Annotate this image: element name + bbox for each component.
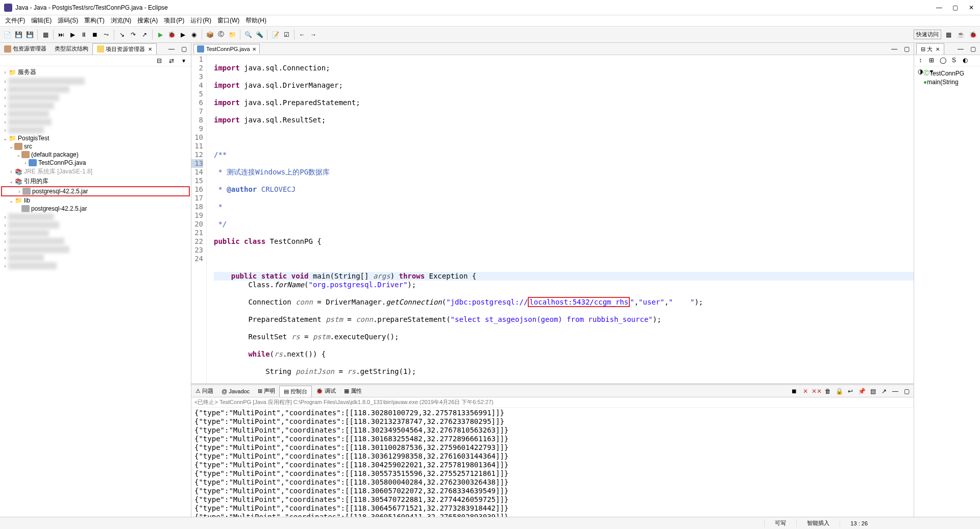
fold-column[interactable]	[207, 55, 213, 383]
forward-button[interactable]: →	[308, 30, 318, 40]
outline-class[interactable]: ⌄Ⓒ TestConnPG	[916, 68, 978, 78]
view-menu-button[interactable]: ▾	[179, 56, 189, 66]
outline-sort-button[interactable]: ↕	[915, 55, 925, 65]
tab-properties[interactable]: ▦属性	[340, 386, 366, 396]
tab-javadoc[interactable]: @Javadoc	[217, 387, 254, 396]
tab-outline[interactable]: ⊟大✕	[916, 43, 944, 55]
maximize-editor-button[interactable]: ▢	[901, 44, 912, 54]
menu-run[interactable]: 运行(R)	[187, 15, 214, 26]
tab-problems[interactable]: ⚠问题	[191, 386, 217, 396]
outline-filter-button[interactable]: ⊞	[926, 55, 937, 65]
console-clear-button[interactable]: 🗑	[823, 386, 833, 396]
new-folder-button[interactable]: 📁	[227, 30, 237, 40]
skip-button[interactable]: ⏭	[56, 30, 66, 40]
tab-console[interactable]: ▤控制台	[279, 386, 312, 397]
toggle-button[interactable]: ▦	[40, 30, 51, 40]
tree-servers[interactable]: 服务器	[18, 68, 36, 77]
coverage-button[interactable]: ◉	[189, 30, 199, 40]
annotation-button[interactable]: 📝	[270, 30, 280, 40]
debug-perspective-button[interactable]: 🐞	[968, 30, 978, 40]
status-insert: 智能插入	[796, 519, 840, 527]
tree-jar2[interactable]: postgresql-42.2.5.jar	[31, 205, 87, 212]
menu-file[interactable]: 文件(F)	[2, 15, 28, 26]
debug-button[interactable]: 🐞	[166, 30, 177, 40]
tree-postgistest[interactable]: PostgisTest	[18, 135, 49, 142]
step-into-button[interactable]: ↘	[117, 30, 127, 40]
console-scroll-lock-button[interactable]: 🔒	[834, 386, 844, 396]
java-file-icon	[197, 45, 204, 53]
close-button[interactable]: ✕	[969, 4, 976, 11]
maximize-view-button[interactable]: ▢	[179, 44, 189, 54]
tree-default-pkg[interactable]: (default package)	[31, 151, 79, 158]
suspend-button[interactable]: ⏸	[79, 30, 89, 40]
new-class-button[interactable]: Ⓒ	[216, 30, 226, 40]
menu-help[interactable]: 帮助(H)	[242, 15, 270, 26]
perspective-switch-button[interactable]: ▦	[943, 30, 953, 40]
tab-package-explorer[interactable]: 包资源管理器	[0, 43, 51, 54]
minimize-outline-button[interactable]: —	[955, 44, 966, 54]
save-button[interactable]: 💾	[13, 30, 23, 40]
outline-hide-static-button[interactable]: S	[949, 55, 959, 65]
run-last-button[interactable]: ▶	[178, 30, 188, 40]
editor-tab-testconnpg[interactable]: TestConnPG.java ✕	[193, 44, 260, 54]
close-tab-icon[interactable]: ✕	[252, 46, 256, 52]
tree-jre[interactable]: JRE 系统库 [JavaSE-1.8]	[24, 167, 92, 176]
console-terminate-button[interactable]: ⏹	[789, 386, 799, 396]
minimize-view-button[interactable]: —	[166, 44, 177, 54]
menu-search[interactable]: 搜索(A)	[134, 15, 161, 26]
tree-jar-highlighted[interactable]: postgresql-42.2.5.jar	[32, 188, 88, 195]
console-output[interactable]: {"type":"MultiPoint","coordinates":[[118…	[191, 408, 914, 517]
tab-declaration[interactable]: ⊞声明	[254, 386, 279, 396]
tree-lib[interactable]: lib	[24, 197, 30, 204]
minimize-editor-button[interactable]: —	[889, 44, 899, 54]
maximize-button[interactable]: ▢	[952, 4, 960, 11]
tree-java-file[interactable]: TestConnPG.java	[38, 159, 86, 166]
console-remove-button[interactable]: ✕	[800, 386, 811, 396]
new-button[interactable]: 📄	[2, 30, 12, 40]
close-icon[interactable]: ✕	[148, 46, 152, 52]
menu-refactor[interactable]: 重构(T)	[81, 15, 107, 26]
outline-main-method[interactable]: ● main(String	[916, 78, 978, 86]
search-button[interactable]: 🔦	[254, 30, 264, 40]
outline-hide-nonpublic-button[interactable]: ◐	[960, 55, 970, 65]
console-wrap-button[interactable]: ↩	[845, 386, 855, 396]
step-return-button[interactable]: ↗	[139, 30, 150, 40]
menu-source[interactable]: 源码(S)	[55, 15, 81, 26]
minimize-button[interactable]: —	[936, 4, 943, 11]
project-tree[interactable]: ›📁服务器 › › › › › › › ⌄📁PostgisTest ⌄src ⌄…	[0, 66, 191, 517]
collapse-all-button[interactable]: ⊟	[154, 56, 164, 66]
quick-access[interactable]: 快速访问	[914, 30, 941, 39]
save-all-button[interactable]: 💾	[24, 30, 35, 40]
bottom-panel: ⚠问题 @Javadoc ⊞声明 ▤控制台 🐞调试 ▦属性 ⏹ ✕ ✕✕ 🗑 🔒…	[191, 383, 914, 517]
maximize-console-button[interactable]: ▢	[901, 386, 912, 396]
step-over-button[interactable]: ↷	[128, 30, 138, 40]
tab-type-hierarchy[interactable]: 类型层次结构	[51, 43, 92, 54]
outline-hide-fields-button[interactable]: ◯	[938, 55, 948, 65]
tab-project-explorer[interactable]: 项目资源管理器✕	[92, 43, 157, 55]
java-perspective-button[interactable]: ☕	[955, 30, 966, 40]
disconnect-button[interactable]: ⤳	[101, 30, 111, 40]
code-editor[interactable]: import java.sql.Connection; import java.…	[213, 55, 914, 383]
console-open-button[interactable]: ↗	[879, 386, 889, 396]
link-editor-button[interactable]: ⇄	[166, 56, 177, 66]
menu-project[interactable]: 项目(P)	[161, 15, 187, 26]
new-pkg-button[interactable]: 📦	[205, 30, 215, 40]
menu-window[interactable]: 窗口(W)	[214, 15, 242, 26]
maximize-outline-button[interactable]: ▢	[968, 44, 978, 54]
open-type-button[interactable]: 🔍	[243, 30, 253, 40]
run-button[interactable]: ▶	[155, 30, 165, 40]
console-pin-button[interactable]: 📌	[856, 386, 867, 396]
tree-src[interactable]: src	[24, 143, 32, 150]
console-display-button[interactable]: ▤	[868, 386, 878, 396]
minimize-console-button[interactable]: —	[890, 386, 900, 396]
console-remove-all-button[interactable]: ✕✕	[812, 386, 822, 396]
back-button[interactable]: ←	[297, 30, 307, 40]
menu-edit[interactable]: 编辑(E)	[28, 15, 55, 26]
close-icon[interactable]: ✕	[936, 46, 940, 52]
tab-debug[interactable]: 🐞调试	[312, 386, 340, 396]
terminate-button[interactable]: ⏹	[90, 30, 100, 40]
tree-ref-libs[interactable]: 引用的库	[24, 177, 48, 186]
task-button[interactable]: ☑	[281, 30, 291, 40]
menu-navigate[interactable]: 浏览(N)	[108, 15, 135, 26]
resume-button[interactable]: ▶	[67, 30, 78, 40]
